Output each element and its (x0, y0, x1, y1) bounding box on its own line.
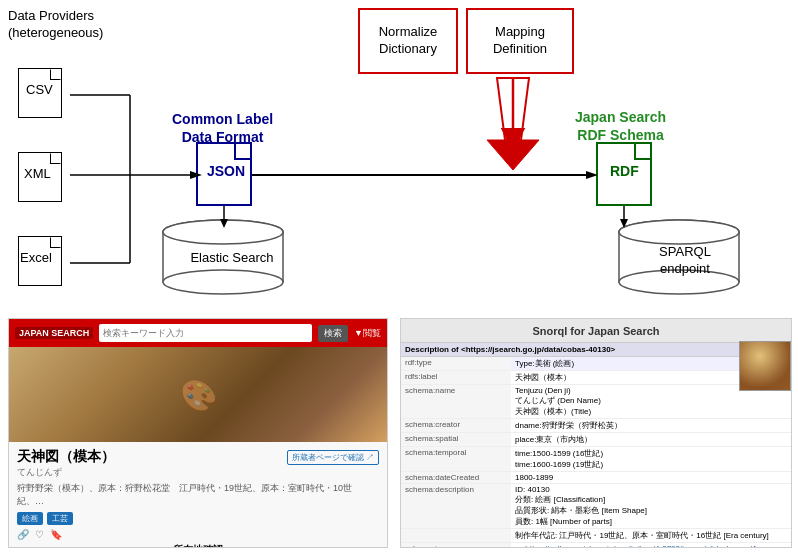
rdf-label: RDF (610, 163, 639, 179)
table-row: rdf:type Type:美術 (絵画) (401, 357, 791, 371)
action-icons: 🔗 ♡ 🔖 (17, 529, 379, 540)
table-cell-key: schema:name (401, 385, 511, 419)
mapping-definition-box: MappingDefinition (466, 8, 574, 74)
tag-craft[interactable]: 工芸 (47, 512, 73, 525)
heart-icon[interactable]: ♡ (35, 529, 44, 540)
table-cell-key (401, 529, 511, 543)
table-cell-value: → https://colbase.nich.go.jp/media/tnm/4… (511, 543, 791, 549)
xml-label: XML (24, 166, 51, 181)
json-label: JSON (207, 163, 245, 179)
table-cell-value: 1800-1899 (511, 472, 791, 484)
painting-image (9, 347, 387, 442)
csv-label: CSV (26, 82, 53, 97)
snorql-data-table: rdf:type Type:美術 (絵画) rdfs:label 天神図（模本）… (401, 357, 791, 548)
table-cell-key: schema:image (401, 543, 511, 549)
artwork-desc: 狩野野栄（模本）、原本：狩野松花堂 江戸時代・19世紀、原本：室町時代・10世紀… (17, 482, 379, 508)
diagram-area: Data Providers (heterogeneous) CSV XML E… (0, 0, 798, 320)
table-cell-value: dname:狩野野栄（狩野松英） (511, 419, 791, 433)
japan-search-screenshot: JAPAN SEARCH 検索 ▼閲覧 所蔵者ページで確認 ↗ 天神図（模本） … (8, 318, 388, 548)
table-cell-key: schema:description (401, 484, 511, 529)
table-cell-key: schema:spatial (401, 433, 511, 447)
table-row: schema:name Tenjuzu (Den ji)てんじんず (Den N… (401, 385, 791, 419)
svg-marker-18 (497, 78, 529, 140)
svg-point-7 (619, 220, 739, 244)
svg-marker-19 (487, 140, 539, 170)
table-row: schema:spatial place:東京（市内地） (401, 433, 791, 447)
japan-search-rdf-label: Japan Search RDF Schema (575, 108, 666, 144)
artwork-content: 所蔵者ページで確認 ↗ 天神図（模本） てんじんず 狩野野栄（模本）、原本：狩野… (9, 442, 387, 548)
elastic-search-label: Elastic Search (172, 250, 292, 265)
table-row: schema:dateCreated 1800-1899 (401, 472, 791, 484)
table-cell-value: time:1500-1599 (16世紀)time:1600-1699 (19世… (511, 447, 791, 472)
table-row: 制作年代記: 江戸時代・19世紀、原本・室町時代・16世紀 [Era centu… (401, 529, 791, 543)
bookmark-icon[interactable]: 🔖 (50, 529, 62, 540)
museum-page-link[interactable]: 所蔵者ページで確認 ↗ (287, 450, 379, 465)
table-cell-key: rdfs:label (401, 371, 511, 385)
table-row: schema:description ID: 40130分類: 絵画 [Clas… (401, 484, 791, 529)
snorql-desc-title: Description of <https://jsearch.go.jp/da… (401, 343, 791, 357)
table-cell-key: schema:dateCreated (401, 472, 511, 484)
table-cell-value: ID: 40130分類: 絵画 [Classification]品質形状: 絹本… (511, 484, 791, 529)
svg-point-3 (163, 220, 283, 244)
painting-thumbnail (9, 347, 387, 442)
svg-point-2 (163, 270, 283, 294)
table-cell-value: 制作年代記: 江戸時代・19世紀、原本・室町時代・16世紀 [Era centu… (511, 529, 791, 543)
table-row: schema:image → https://colbase.nich.go.j… (401, 543, 791, 549)
table-row: schema:creator dname:狩野野栄（狩野松英） (401, 419, 791, 433)
table-cell-value: place:東京（市内地） (511, 433, 791, 447)
snorql-header: Snorql for Japan Search (401, 319, 791, 343)
japan-search-header: JAPAN SEARCH 検索 ▼閲覧 (9, 319, 387, 347)
excel-label: Excel (20, 250, 52, 265)
table-cell-key: rdf:type (401, 357, 511, 371)
location-title: 所在地確認 (17, 543, 379, 548)
common-label-data-format: Common Label Data Format (172, 110, 273, 146)
artwork-tags: 絵画 工芸 (17, 512, 379, 525)
menu-button[interactable]: ▼閲覧 (354, 327, 381, 340)
tag-painting[interactable]: 絵画 (17, 512, 43, 525)
share-icon[interactable]: 🔗 (17, 529, 29, 540)
table-cell-key: schema:creator (401, 419, 511, 433)
japan-search-logo: JAPAN SEARCH (15, 327, 93, 339)
snorql-painting-thumb (739, 341, 791, 391)
table-cell-key: schema:temporal (401, 447, 511, 472)
snorql-screenshot: Snorql for Japan Search Description of <… (400, 318, 792, 548)
search-button[interactable]: 検索 (318, 325, 348, 342)
table-row: schema:temporal time:1500-1599 (16世紀)tim… (401, 447, 791, 472)
search-input[interactable] (99, 324, 312, 342)
sparql-label: SPARQL endpoint (625, 244, 745, 278)
normalize-dictionary-box: NormalizeDictionary (358, 8, 458, 74)
table-row: rdfs:label 天神図（模本） (401, 371, 791, 385)
artwork-subtitle: てんじんず (17, 466, 379, 479)
data-providers-label: Data Providers (heterogeneous) (8, 8, 103, 42)
